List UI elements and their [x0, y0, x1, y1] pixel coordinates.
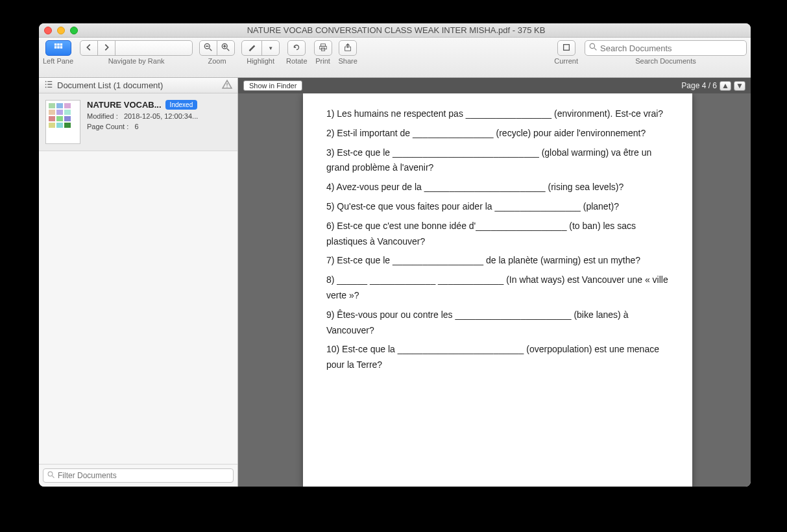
indexed-badge: Indexed: [165, 100, 198, 110]
left-pane-group: Left Pane: [43, 40, 73, 65]
svg-rect-5: [60, 46, 62, 49]
share-label: Share: [339, 57, 357, 65]
svg-line-7: [210, 48, 212, 51]
zoom-in[interactable]: [217, 40, 235, 56]
svg-line-19: [594, 48, 596, 50]
search-label: Search Documents: [635, 57, 696, 65]
svg-rect-13: [321, 43, 325, 46]
highlight-button[interactable]: [241, 40, 262, 56]
maximize-window[interactable]: [70, 27, 78, 34]
document-line: 5) Qu'est-ce que vous faites pour aider …: [326, 199, 669, 215]
svg-point-20: [45, 81, 47, 82]
rotate-group: Rotate: [286, 40, 307, 65]
modified-label: Modified :: [87, 112, 118, 120]
share-button[interactable]: [339, 40, 357, 56]
nav-forward[interactable]: [97, 40, 115, 56]
svg-rect-4: [57, 46, 60, 49]
current-button[interactable]: [557, 40, 575, 56]
document-meta: NATURE VOCAB... Indexed Modified : 2018-…: [87, 100, 231, 144]
svg-point-18: [590, 43, 594, 48]
document-list-title: Document List (1 document): [57, 80, 163, 90]
left-pane-toggle[interactable]: [45, 40, 71, 56]
triangle-up-icon: ▲: [721, 81, 729, 90]
zoom-out-icon: [204, 43, 213, 54]
document-line: 1) Les humains ne respectent pas _______…: [326, 106, 669, 122]
highlight-dropdown[interactable]: ▼: [261, 40, 280, 56]
window-controls: [44, 27, 78, 34]
print-icon: [319, 43, 328, 54]
document-line: 4) Avez-vous peur de la ________________…: [326, 180, 669, 195]
search-input[interactable]: [600, 43, 742, 53]
show-in-finder-button[interactable]: Show in Finder: [243, 80, 302, 91]
svg-line-29: [53, 476, 54, 478]
rotate-icon: [292, 43, 301, 54]
svg-rect-2: [60, 43, 62, 45]
list-icon: [44, 80, 53, 91]
svg-point-24: [45, 87, 47, 88]
chevron-right-icon: [102, 43, 111, 54]
square-icon: [562, 43, 571, 54]
document-line: 6) Est-ce que c'est une bonne idée d'___…: [326, 219, 669, 250]
pdf-page: 1) Les humains ne respectent pas _______…: [303, 93, 692, 487]
svg-point-27: [226, 86, 228, 88]
minimize-window[interactable]: [57, 27, 65, 34]
document-list-header: Document List (1 document): [39, 78, 237, 93]
sidebar: Document List (1 document) NATURE VOCAB.…: [39, 78, 238, 487]
zoom-out[interactable]: [199, 40, 217, 56]
navigate-label: Navigate by Rank: [108, 57, 165, 65]
share-group: Share: [339, 40, 357, 65]
document-entry[interactable]: NATURE VOCAB... Indexed Modified : 2018-…: [39, 93, 237, 151]
svg-rect-3: [54, 46, 56, 49]
page-indicator: Page 4 / 6 ▲ ▼: [681, 81, 745, 91]
current-group: Current: [554, 40, 578, 65]
search-icon: [47, 471, 55, 481]
share-icon: [343, 43, 352, 54]
nav-back[interactable]: [80, 40, 98, 56]
document-line: 3) Est-ce que le _______________________…: [326, 145, 669, 176]
zoom-group: Zoom: [199, 40, 235, 65]
print-button[interactable]: [314, 40, 332, 56]
document-line: 7) Est-ce que le __________________ de l…: [326, 253, 669, 269]
nav-rank-field[interactable]: [115, 40, 193, 56]
page-up-button[interactable]: ▲: [720, 81, 731, 91]
document-line: 2) Est-il important de ________________ …: [326, 126, 669, 141]
left-pane-label: Left Pane: [43, 57, 73, 65]
filter-input[interactable]: [58, 471, 229, 480]
zoom-label: Zoom: [208, 57, 226, 65]
highlight-label: Highlight: [247, 57, 274, 65]
modified-value: 2018-12-05, 12:00:34...: [124, 112, 198, 120]
svg-rect-17: [563, 44, 569, 50]
rotate-label: Rotate: [286, 57, 307, 65]
chevron-left-icon: [84, 43, 93, 54]
filter-field[interactable]: [43, 468, 234, 483]
svg-rect-0: [54, 43, 56, 45]
zoom-in-icon: [221, 43, 230, 54]
search-field[interactable]: [585, 40, 747, 56]
chevron-down-icon: ▼: [268, 45, 273, 51]
viewer: Show in Finder Page 4 / 6 ▲ ▼ 1) Les hum…: [238, 78, 751, 487]
rotate-button[interactable]: [287, 40, 306, 56]
triangle-down-icon: ▼: [736, 81, 744, 90]
print-group: Print: [314, 40, 332, 65]
svg-rect-1: [57, 43, 60, 45]
body: Document List (1 document) NATURE VOCAB.…: [39, 78, 751, 487]
pagecount-value: 6: [134, 123, 138, 130]
window-title: NATURE VOCAB CONVERSATION CLASS WEAK INT…: [78, 25, 714, 35]
pagecount-label: Page Count :: [87, 123, 128, 130]
toolbar: Left Pane Navigate by Rank: [39, 38, 751, 78]
app-window: NATURE VOCAB CONVERSATION CLASS WEAK INT…: [39, 23, 751, 487]
search-icon: [589, 43, 598, 53]
svg-line-10: [227, 48, 230, 51]
document-line: 10) Est-ce que la ______________________…: [326, 342, 669, 373]
navigate-group: Navigate by Rank: [80, 40, 193, 65]
page-number: Page 4 / 6: [681, 81, 717, 90]
viewer-scroll[interactable]: 1) Les humains ne respectent pas _______…: [238, 93, 751, 487]
search-group: Search Documents: [585, 40, 747, 65]
current-label: Current: [554, 57, 578, 65]
print-label: Print: [315, 57, 330, 65]
svg-point-28: [48, 472, 53, 476]
warning-icon[interactable]: [222, 79, 232, 91]
close-window[interactable]: [44, 27, 52, 34]
page-down-button[interactable]: ▼: [734, 81, 745, 91]
highlighter-icon: [247, 43, 256, 54]
